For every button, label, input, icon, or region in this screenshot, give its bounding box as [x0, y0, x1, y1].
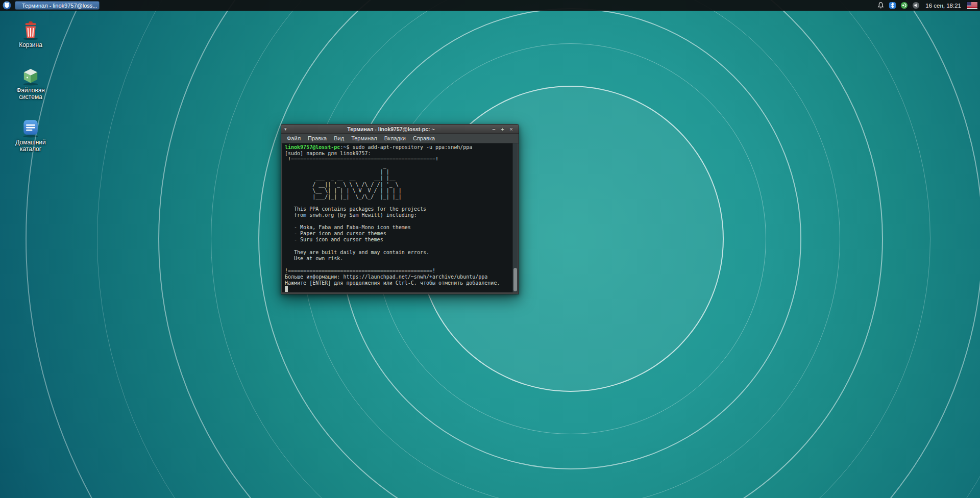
minimize-button[interactable]: −: [489, 126, 498, 132]
terminal-line: !=======================================…: [285, 157, 512, 163]
menu-item-0[interactable]: Файл: [283, 135, 304, 141]
taskbar-window-label: Терминал - linok9757@loss...: [22, 3, 97, 9]
terminal-line: [sudo] пароль для linok9757:: [285, 151, 512, 157]
terminal-line: They are built daily and may contain err…: [285, 250, 512, 256]
xfce-mouse-icon: [3, 1, 11, 10]
taskbar-window-button[interactable]: Терминал - linok9757@loss...: [15, 1, 100, 10]
desktop-icon-filesystem[interactable]: Файловая система: [8, 64, 53, 101]
notifications-bell-icon[interactable]: [877, 2, 885, 9]
terminal-line: - Paper icon and cursor themes: [285, 231, 512, 237]
software-updater-icon[interactable]: [900, 2, 908, 9]
menu-item-5[interactable]: Справка: [409, 135, 438, 141]
terminal-line: - Moka, Faba and Faba-Mono icon themes: [285, 225, 512, 231]
menu-item-1[interactable]: Правка: [304, 135, 330, 141]
window-menu-arrow-icon[interactable]: ▾: [284, 127, 292, 132]
menu-item-3[interactable]: Терминал: [348, 135, 381, 141]
terminal-line: / __|| '_ \ \ \ /\ / /| '_ \: [285, 182, 512, 188]
desktop-icon-home[interactable]: Домашний каталог: [8, 116, 53, 153]
terminal-line: - Suru icon and cursor themes: [285, 237, 512, 243]
keyboard-layout-flag[interactable]: [967, 2, 977, 9]
terminal-line: |___/|_| |_| \_/\_/ |_| |_|: [285, 194, 512, 200]
terminal-line: Use at own risk.: [285, 256, 512, 262]
terminal-line: \__ \| | | | \ V V / | | | |: [285, 188, 512, 194]
window-titlebar[interactable]: ▾ Терминал - linok9757@losst-pc: ~ − + ×: [281, 124, 519, 134]
terminal-line: _: [285, 163, 512, 169]
scrollbar-thumb[interactable]: [513, 268, 517, 291]
trash-icon: [19, 18, 42, 41]
terminal-scrollbar[interactable]: [512, 143, 518, 292]
volume-icon[interactable]: [912, 2, 920, 9]
terminal-line: ___ _ __ __ __| |__: [285, 175, 512, 181]
desktop-icons: Корзина Файловая система Домашний катало…: [8, 18, 53, 153]
terminal-line: Нажмите [ENTER] для продолжения или Ctrl…: [285, 280, 512, 286]
terminal-line: | |: [285, 169, 512, 175]
desktop-icon-label: Корзина: [19, 42, 42, 48]
applications-menu-button[interactable]: [3, 1, 11, 10]
terminal-line: !=======================================…: [285, 268, 512, 274]
terminal-line: Больше информации: https://launchpad.net…: [285, 274, 512, 280]
terminal-line: This PPA contains packages for the proje…: [285, 206, 512, 212]
menu-item-2[interactable]: Вид: [330, 135, 348, 141]
top-panel: Терминал - linok9757@loss...: [0, 0, 980, 11]
terminal-line: [285, 262, 512, 268]
bluetooth-icon[interactable]: [889, 2, 896, 9]
terminal-line: from snwh.org (by Sam Hewitt) including:: [285, 212, 512, 218]
terminal-cursor: [285, 286, 288, 292]
terminal-window: ▾ Терминал - linok9757@losst-pc: ~ − + ×…: [281, 124, 519, 294]
maximize-button[interactable]: +: [498, 126, 507, 132]
close-button[interactable]: ×: [507, 126, 516, 132]
desktop-icon-trash[interactable]: Корзина: [8, 18, 53, 48]
flag-canton: [967, 2, 971, 6]
desktop-icon-label: Домашний каталог: [8, 139, 53, 153]
panel-tray: 16 сен, 18:21: [877, 2, 977, 9]
filesystem-drive-icon: [19, 64, 42, 86]
terminal-cursor-line: [285, 286, 512, 292]
window-title: Терминал - linok9757@losst-pc: ~: [292, 126, 489, 132]
terminal-screen[interactable]: linok9757@losst-pc:~$ sudo add-apt-repos…: [282, 143, 512, 292]
clock[interactable]: 16 сен, 18:21: [924, 3, 963, 9]
terminal-body: linok9757@losst-pc:~$ sudo add-apt-repos…: [282, 143, 518, 292]
terminal-line: [285, 200, 512, 206]
wallpaper-ring: [97, 0, 980, 498]
desktop-icon-label: Файловая система: [8, 87, 53, 101]
desktop[interactable]: { "colors": { "desktop_teal": "#1d9492",…: [0, 0, 980, 498]
menu-item-4[interactable]: Вкладки: [381, 135, 409, 141]
terminal-prompt-line: linok9757@losst-pc:~$ sudo add-apt-repos…: [285, 144, 512, 151]
home-folder-icon: [19, 116, 42, 138]
terminal-menubar: ФайлПравкаВидТерминалВкладкиСправка: [281, 134, 519, 143]
terminal-line: [285, 243, 512, 250]
terminal-line: [285, 218, 512, 225]
